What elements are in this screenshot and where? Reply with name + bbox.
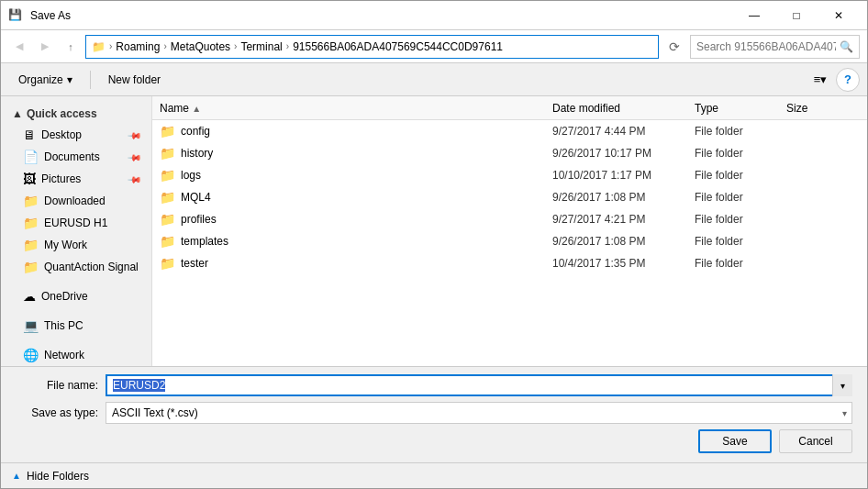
view-arrow: ▾ bbox=[820, 72, 827, 86]
folder-icon: 📁 bbox=[160, 146, 175, 161]
hide-folders-toggle[interactable]: ▲ Hide Folders bbox=[1, 462, 867, 488]
view-icon: ≡ bbox=[814, 72, 821, 86]
row-name-logs: 📁 logs bbox=[160, 168, 552, 183]
folder-icon: 📁 bbox=[160, 256, 175, 271]
sidebar-item-quantaction[interactable]: 📁 QuantAction Signal bbox=[1, 256, 151, 278]
title-bar-left: 💾 Save As bbox=[8, 8, 71, 23]
back-button[interactable]: ◀ bbox=[8, 36, 30, 58]
dialog-title: Save As bbox=[30, 9, 71, 22]
search-box[interactable]: 🔍 bbox=[690, 35, 860, 59]
sidebar-item-onedrive[interactable]: ☁ OneDrive bbox=[1, 285, 151, 307]
network-icon: 🌐 bbox=[23, 348, 39, 362]
path-folder-icon: 📁 bbox=[92, 40, 106, 53]
filename-dropdown-button[interactable]: ▾ bbox=[832, 374, 852, 396]
sidebar: ▲ Quick access 🖥 Desktop 📌 📄 Documents 📌… bbox=[1, 96, 152, 366]
sidebar-item-mywork[interactable]: 📁 My Work bbox=[1, 234, 151, 256]
new-folder-label: New folder bbox=[108, 73, 161, 86]
sidebar-item-pictures[interactable]: 🖼 Pictures 📌 bbox=[1, 168, 151, 190]
folder-icon: 📁 bbox=[160, 190, 175, 205]
row-type-config: File folder bbox=[695, 125, 786, 138]
bottom-panel: File name: ▾ Save as type: ASCII Text (*… bbox=[1, 366, 867, 462]
organize-label: Organize bbox=[18, 73, 63, 86]
row-name-tester: 📁 tester bbox=[160, 256, 552, 271]
row-name-config: 📁 config bbox=[160, 124, 552, 139]
new-folder-button[interactable]: New folder bbox=[98, 68, 171, 92]
table-row[interactable]: 📁 templates 9/26/2017 1:08 PM File folde… bbox=[152, 230, 867, 252]
filename-row: File name: ▾ bbox=[16, 374, 852, 396]
row-type-profiles: File folder bbox=[695, 213, 786, 226]
title-controls: — □ ✕ bbox=[733, 1, 860, 30]
sidebar-item-thispc[interactable]: 💻 This PC bbox=[1, 315, 151, 337]
folder-icon: 📁 bbox=[160, 212, 175, 227]
organize-arrow: ▾ bbox=[67, 73, 72, 86]
row-name-profiles: 📁 profiles bbox=[160, 212, 552, 227]
sort-arrow: ▲ bbox=[192, 104, 201, 114]
filename-input[interactable] bbox=[106, 374, 852, 396]
toolbar-separator bbox=[90, 71, 91, 89]
hide-folders-label: Hide Folders bbox=[27, 470, 89, 483]
eurusd-icon: 📁 bbox=[23, 216, 39, 230]
table-row[interactable]: 📁 history 9/26/2017 10:17 PM File folder bbox=[152, 142, 867, 164]
title-bar: 💾 Save As — □ ✕ bbox=[1, 1, 867, 30]
filename-input-wrap: ▾ bbox=[106, 374, 852, 396]
save-button[interactable]: Save bbox=[698, 429, 772, 453]
close-button[interactable]: ✕ bbox=[818, 1, 860, 30]
sidebar-network-label: Network bbox=[44, 349, 140, 361]
sidebar-pictures-label: Pictures bbox=[41, 172, 124, 185]
row-type-tester: File folder bbox=[695, 257, 786, 270]
sidebar-item-downloaded[interactable]: 📁 Downloaded bbox=[1, 190, 151, 212]
forward-button[interactable]: ▶ bbox=[34, 36, 56, 58]
search-input[interactable] bbox=[696, 40, 836, 53]
table-row[interactable]: 📁 config 9/27/2017 4:44 PM File folder bbox=[152, 120, 867, 142]
toolbar: Organize ▾ New folder ≡ ▾ ? bbox=[1, 63, 867, 96]
sidebar-onedrive-label: OneDrive bbox=[41, 290, 140, 303]
row-date-tester: 10/4/2017 1:35 PM bbox=[552, 257, 695, 270]
row-name-templates: 📁 templates bbox=[160, 234, 552, 249]
path-segment-terminal: Terminal bbox=[240, 40, 282, 53]
sidebar-item-documents[interactable]: 📄 Documents 📌 bbox=[1, 146, 151, 168]
column-type[interactable]: Type bbox=[695, 102, 786, 115]
button-row: Save Cancel bbox=[16, 429, 852, 455]
sidebar-divider2 bbox=[1, 307, 151, 315]
savetype-select[interactable]: ASCII Text (*.csv) bbox=[106, 402, 852, 424]
path-segment-metaquotes: MetaQuotes bbox=[171, 40, 230, 53]
table-row[interactable]: 📁 tester 10/4/2017 1:35 PM File folder bbox=[152, 252, 867, 274]
folder-icon: 📁 bbox=[160, 168, 175, 183]
downloaded-icon: 📁 bbox=[23, 194, 39, 208]
quick-access-section[interactable]: ▲ Quick access bbox=[1, 100, 151, 124]
column-name[interactable]: Name ▲ bbox=[160, 102, 552, 115]
refresh-button[interactable]: ⟳ bbox=[662, 35, 686, 59]
pin-icon-pictures: 📌 bbox=[128, 172, 142, 186]
sidebar-downloaded-label: Downloaded bbox=[44, 194, 140, 207]
sidebar-item-network[interactable]: 🌐 Network bbox=[1, 344, 151, 366]
minimize-button[interactable]: — bbox=[733, 1, 775, 30]
search-icon: 🔍 bbox=[840, 40, 853, 53]
table-row[interactable]: 📁 MQL4 9/26/2017 1:08 PM File folder bbox=[152, 186, 867, 208]
address-bar: ◀ ▶ ↑ 📁 › Roaming › MetaQuotes › Termina… bbox=[1, 30, 867, 63]
row-type-history: File folder bbox=[695, 147, 786, 160]
sidebar-item-desktop[interactable]: 🖥 Desktop 📌 bbox=[1, 124, 151, 146]
quick-access-arrow: ▲ bbox=[12, 107, 23, 120]
onedrive-icon: ☁ bbox=[23, 289, 36, 304]
address-path[interactable]: 📁 › Roaming › MetaQuotes › Terminal › 91… bbox=[85, 35, 659, 59]
column-date[interactable]: Date modified bbox=[552, 102, 695, 115]
file-list[interactable]: Name ▲ Date modified Type Size 📁 config … bbox=[152, 96, 867, 366]
up-button[interactable]: ↑ bbox=[60, 36, 82, 58]
cancel-button[interactable]: Cancel bbox=[779, 429, 852, 453]
documents-icon: 📄 bbox=[23, 150, 39, 164]
row-date-profiles: 9/27/2017 4:21 PM bbox=[552, 213, 695, 226]
column-size[interactable]: Size bbox=[786, 102, 860, 115]
table-row[interactable]: 📁 profiles 9/27/2017 4:21 PM File folder bbox=[152, 208, 867, 230]
row-date-mql4: 9/26/2017 1:08 PM bbox=[552, 191, 695, 204]
view-button[interactable]: ≡ ▾ bbox=[808, 68, 832, 92]
row-name-history: 📁 history bbox=[160, 146, 552, 161]
main-content: ▲ Quick access 🖥 Desktop 📌 📄 Documents 📌… bbox=[1, 96, 867, 366]
sidebar-item-eurusd[interactable]: 📁 EURUSD H1 bbox=[1, 212, 151, 234]
help-button[interactable]: ? bbox=[836, 68, 860, 92]
desktop-icon: 🖥 bbox=[23, 128, 36, 142]
maximize-button[interactable]: □ bbox=[775, 1, 818, 30]
table-row[interactable]: 📁 logs 10/10/2017 1:17 PM File folder bbox=[152, 164, 867, 186]
path-segment-id: 915566BA06ADA407569C544CC0D97611 bbox=[293, 40, 503, 53]
sidebar-thispc-label: This PC bbox=[44, 319, 140, 332]
organize-button[interactable]: Organize ▾ bbox=[8, 68, 83, 92]
